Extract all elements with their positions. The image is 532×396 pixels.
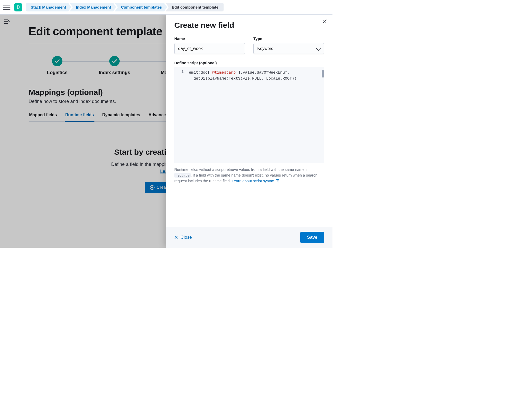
script-editor[interactable]: 1 emit(doc['@timestamp'].value.dayOfWeek… (174, 67, 324, 163)
name-input[interactable] (174, 43, 245, 54)
name-label: Name (174, 36, 245, 41)
close-icon (174, 236, 178, 239)
close-button[interactable]: Close (174, 235, 192, 240)
type-label: Type (253, 36, 324, 41)
line-number: 1 (174, 67, 187, 163)
close-label: Close (181, 235, 192, 240)
external-link-icon (276, 179, 279, 183)
script-help-text: Runtime fields without a script retrieve… (174, 167, 324, 184)
chevron-down-icon (316, 46, 321, 51)
script-label: Define script (optional) (174, 61, 324, 65)
top-bar: D Stack Management Index Management Comp… (0, 0, 332, 15)
flyout-footer: Close Save (166, 227, 332, 248)
space-avatar[interactable]: D (14, 3, 22, 11)
menu-icon[interactable] (3, 4, 10, 11)
breadcrumb-index-management[interactable]: Index Management (70, 3, 116, 11)
save-button[interactable]: Save (300, 232, 324, 243)
breadcrumb: Stack Management Index Management Compon… (26, 3, 224, 11)
type-select[interactable]: Keyword (253, 43, 324, 54)
name-input-field[interactable] (178, 46, 241, 51)
close-icon[interactable] (323, 19, 327, 25)
scrollbar[interactable] (322, 70, 324, 77)
breadcrumb-current: Edit component template (165, 3, 223, 11)
flyout-title: Create new field (174, 21, 324, 30)
breadcrumb-stack-management[interactable]: Stack Management (26, 3, 71, 11)
script-code[interactable]: emit(doc['@timestamp'].value.dayOfWeekEn… (187, 67, 324, 163)
create-field-flyout: Create new field Name Type Keyword Defin… (166, 15, 332, 248)
type-value: Keyword (257, 46, 273, 51)
script-syntax-link[interactable]: Learn about script syntax. (232, 179, 279, 183)
breadcrumb-component-templates[interactable]: Component templates (115, 3, 167, 11)
